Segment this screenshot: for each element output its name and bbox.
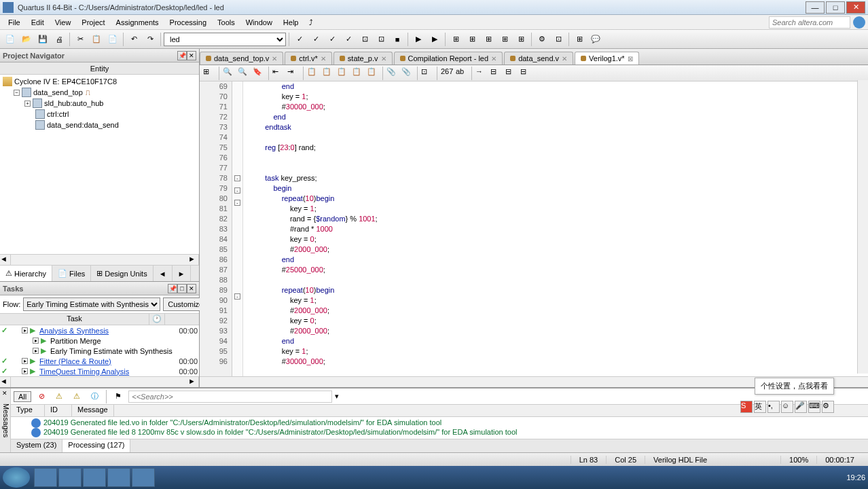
menu-edit[interactable]: Edit <box>26 17 50 28</box>
ime-settings-button[interactable]: ⚙ <box>822 401 834 413</box>
new-file-button[interactable]: 📄 <box>3 32 18 47</box>
ed-btn-d[interactable]: 📋 <box>351 67 365 80</box>
file-tab[interactable]: data_send_top.v✕ <box>200 52 283 65</box>
tasks-close-button[interactable]: ✕ <box>187 284 196 293</box>
ime-tooltip[interactable]: 个性设置，点我看看 <box>755 378 834 395</box>
run-button[interactable]: ▶ <box>411 32 426 47</box>
tab-nav-left[interactable]: ◄ <box>153 266 173 281</box>
taskbar-app-5[interactable] <box>132 468 155 487</box>
fit-button[interactable]: ✓ <box>341 32 356 47</box>
menu-processing[interactable]: Processing <box>164 17 212 28</box>
ed-btn-1[interactable]: ⊞ <box>202 67 216 80</box>
save-button[interactable]: 💾 <box>35 32 50 47</box>
taskbar-app-2[interactable] <box>58 468 82 487</box>
tab-design-units[interactable]: ⊞ Design Units <box>91 266 153 281</box>
ed-btn-m[interactable]: ⊟ <box>505 67 518 80</box>
step-button[interactable]: ▶ <box>427 32 442 47</box>
fold-icon[interactable]: - <box>234 200 240 206</box>
copy-button[interactable]: 📋 <box>89 32 104 47</box>
menu-tools[interactable]: Tools <box>212 17 240 28</box>
ed-btn-k[interactable]: → <box>475 67 488 80</box>
file-tab[interactable]: ctrl.v*✕ <box>285 52 332 65</box>
tool8-button[interactable]: ⊞ <box>572 32 587 47</box>
expand-icon[interactable]: ▸ <box>33 338 39 344</box>
ed-btn-e[interactable]: 📋 <box>366 67 380 80</box>
tool1-button[interactable]: ⊞ <box>448 32 463 47</box>
open-button[interactable]: 📂 <box>19 32 34 47</box>
ime-keyboard-button[interactable]: ⌨ <box>808 401 820 413</box>
fold-icon[interactable]: - <box>234 175 240 181</box>
ime-punct-button[interactable]: •, <box>767 401 780 413</box>
ime-mic-button[interactable]: 🎤 <box>795 401 807 413</box>
indent-right-button[interactable]: ⇥ <box>287 67 300 80</box>
program-button[interactable]: ⊡ <box>374 32 388 47</box>
ed-btn-j[interactable]: ab <box>455 67 469 80</box>
taskbar-app-1[interactable] <box>34 468 57 487</box>
message-row[interactable]: 204019 Generated file led.vo in folder "… <box>12 418 867 428</box>
tree-child[interactable]: + sld_hub:auto_hub <box>1 98 198 109</box>
message-row[interactable]: 204019 Generated file led 8 1200mv 85c v… <box>12 428 867 437</box>
menu-file[interactable]: File <box>3 17 26 28</box>
tool5-button[interactable]: ⊞ <box>513 32 528 47</box>
ed-btn-a[interactable]: 📋 <box>306 67 320 80</box>
ed-btn-n[interactable]: ⊟ <box>520 67 533 80</box>
indent-left-button[interactable]: ⇤ <box>272 67 285 80</box>
help-button[interactable]: 💬 <box>588 32 603 47</box>
tab-close-icon[interactable]: ✕ <box>321 55 326 62</box>
tray-time[interactable]: 19:26 <box>846 473 865 482</box>
expand-icon[interactable]: + <box>24 101 31 107</box>
messages-search-input[interactable] <box>128 391 332 403</box>
file-tab[interactable]: data_send.v✕ <box>504 52 573 65</box>
tree-device[interactable]: Cyclone IV E: EP4CE10F17C8 <box>1 76 198 87</box>
menu-project[interactable]: Project <box>76 17 110 28</box>
expand-icon[interactable]: ▸ <box>33 348 39 354</box>
task-row[interactable]: ✓▸▶TimeQuest Timing Analysis00:00 <box>0 366 199 376</box>
cut-button[interactable]: ✂ <box>73 32 88 47</box>
synthesize-button[interactable]: ✓ <box>325 32 340 47</box>
maximize-button[interactable]: □ <box>826 1 845 14</box>
project-select[interactable]: led <box>164 33 286 46</box>
task-row[interactable]: ▸▶Early Timing Estimate with Synthesis <box>0 346 199 356</box>
search-dropdown-icon[interactable]: ▾ <box>335 392 339 401</box>
tab-nav-right[interactable]: ► <box>173 266 192 281</box>
messages-list[interactable]: 204019 Generated file led.vo in folder "… <box>11 417 868 439</box>
help-icon[interactable]: ⤴ <box>304 17 319 28</box>
filter-all-button[interactable]: All <box>14 391 31 402</box>
print-button[interactable]: 🖨 <box>52 32 67 47</box>
paste-button[interactable]: 📄 <box>105 32 120 47</box>
nav-hscroll[interactable]: ◄► <box>0 254 199 265</box>
navigator-pin-button[interactable]: 📌 <box>177 51 187 60</box>
filter-error-button[interactable]: ⊘ <box>34 389 49 404</box>
play-icon[interactable]: ▶ <box>30 367 39 376</box>
file-tab[interactable]: state_p.v✕ <box>333 52 393 65</box>
play-icon[interactable]: ▶ <box>41 346 50 355</box>
ed-btn-c[interactable]: 📋 <box>336 67 350 80</box>
filter-warn-button[interactable]: ⚠ <box>52 389 67 404</box>
ime-emoji-button[interactable]: ☺ <box>781 401 793 413</box>
start-button[interactable] <box>3 467 30 488</box>
ed-btn-i[interactable]: 267 <box>440 67 454 80</box>
tree-top-module[interactable]: − data_send_top ⎍ <box>1 87 198 98</box>
file-tab[interactable]: Verilog1.v*⊠ <box>575 52 639 65</box>
code-editor[interactable]: 6970717273747576777879808182838485868788… <box>200 82 868 376</box>
tool6-button[interactable]: ⚙ <box>535 32 549 47</box>
play-icon[interactable]: ▶ <box>30 326 39 335</box>
ed-btn-f[interactable]: 📎 <box>386 67 399 80</box>
menu-window[interactable]: Window <box>240 17 278 28</box>
menu-help[interactable]: Help <box>278 17 304 28</box>
analyze-button[interactable]: ✓ <box>308 32 323 47</box>
menu-view[interactable]: View <box>50 17 77 28</box>
task-row[interactable]: ✓▸▶Fitter (Place & Route)00:00 <box>0 356 199 366</box>
tasks-hscroll[interactable]: ◄► <box>0 376 199 387</box>
tab-processing[interactable]: Processing (127) <box>62 439 130 452</box>
tab-close-icon[interactable]: ✕ <box>381 55 386 62</box>
play-icon[interactable]: ▶ <box>30 357 39 365</box>
stop-button[interactable]: ■ <box>390 32 405 47</box>
tab-close-icon[interactable]: ⊠ <box>628 55 633 62</box>
ime-logo-icon[interactable]: S <box>740 401 753 413</box>
tasks-maximize-button[interactable]: □ <box>177 284 187 293</box>
taskbar-app-3[interactable] <box>83 468 106 487</box>
expand-icon[interactable]: ▸ <box>22 358 28 364</box>
filter-info-button[interactable]: ⚠ <box>69 389 84 404</box>
tab-close-icon[interactable]: ✕ <box>272 55 277 62</box>
